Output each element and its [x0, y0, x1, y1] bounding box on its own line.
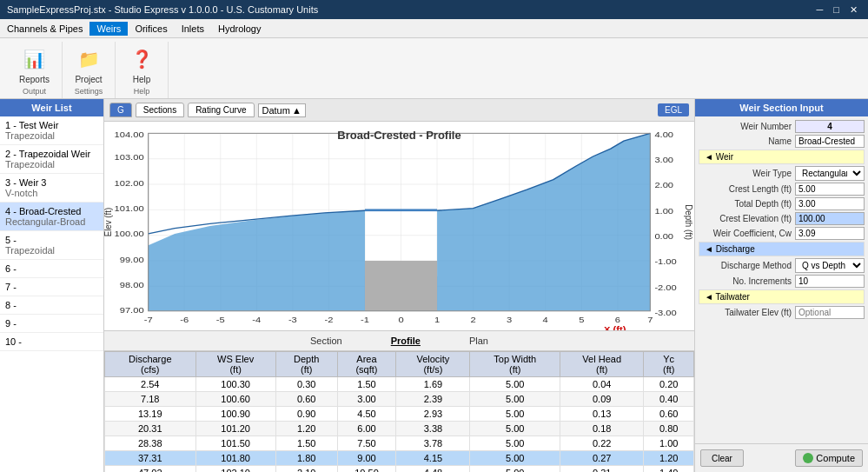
svg-text:101.00: 101.00 [115, 204, 144, 213]
table-row[interactable]: 20.31101.201.206.003.385.000.180.80 [105, 422, 694, 436]
weir-item-2[interactable]: 2 - Trapezoidal Weir Trapezoidal [0, 145, 103, 174]
crest-elevation-input[interactable] [795, 212, 865, 225]
weir-item-5[interactable]: 5 - Trapezoidal [0, 231, 103, 260]
weir-type-select[interactable]: Rectangular-Broad [795, 166, 865, 181]
weir-item-10[interactable]: 10 - [0, 333, 103, 351]
weir-item-4[interactable]: 4 - Broad-Crested Rectangular-Broad [0, 203, 103, 231]
weir-number-label: Weir Number [699, 122, 795, 131]
tailwater-elev-input[interactable] [795, 306, 865, 319]
section-tabs: Section Profile Plan [104, 330, 694, 350]
table-row[interactable]: 28.38101.501.507.503.785.000.221.00 [105, 436, 694, 451]
weir-list-items: 1 - Test Weir Trapezoidal 2 - Trapezoida… [0, 116, 103, 472]
right-panel-footer: Clear Compute [695, 443, 868, 472]
data-table: Discharge(cfs) WS Elev(ft) Depth(ft) Are… [104, 351, 694, 472]
help-label: Help [133, 75, 151, 84]
crest-length-label: Crest Length (ft) [699, 184, 795, 194]
menu-channels-pipes[interactable]: Channels & Pipes [0, 22, 89, 36]
datum-dropdown[interactable]: Datum ▲ [258, 103, 306, 117]
weir-id-3: 3 - Weir 3 [5, 177, 46, 188]
svg-text:99.00: 99.00 [120, 255, 144, 263]
egl-button[interactable]: EGL [658, 103, 689, 116]
menu-weirs[interactable]: Weirs [89, 22, 128, 36]
table-row[interactable]: 47.02102.102.1010.504.485.000.311.40 [105, 466, 694, 473]
chart-area: Broad-Crested - Profile [104, 122, 694, 330]
total-depth-input[interactable] [795, 197, 865, 210]
weir-item-1[interactable]: 1 - Test Weir Trapezoidal [0, 116, 103, 145]
weir-number-row: Weir Number [699, 120, 865, 133]
svg-text:-2.00: -2.00 [654, 283, 677, 291]
svg-text:-3: -3 [288, 316, 297, 324]
weir-id-1: 1 - Test Weir [5, 120, 58, 130]
col-depth: Depth(ft) [275, 352, 337, 377]
svg-text:1.00: 1.00 [654, 206, 673, 215]
project-button[interactable]: 📁 Project [70, 43, 108, 86]
weir-item-9[interactable]: 9 - [0, 315, 103, 333]
chart-svg: 104.00 103.00 102.00 101.00 100.00 99.00… [104, 122, 694, 330]
project-icon: 📁 [75, 45, 103, 73]
maximize-button[interactable]: □ [830, 4, 843, 16]
weir-type-row: Weir Type Rectangular-Broad [699, 166, 865, 181]
col-yc: Yc(ft) [644, 352, 694, 377]
minimize-button[interactable]: ─ [813, 4, 827, 16]
crest-length-row: Crest Length (ft) [699, 183, 865, 196]
svg-text:2: 2 [471, 316, 476, 324]
weir-item-7[interactable]: 7 - [0, 278, 103, 296]
svg-text:Depth (ft): Depth (ft) [684, 204, 694, 240]
svg-text:2.00: 2.00 [654, 181, 673, 189]
table-row[interactable]: 13.19100.900.904.502.935.000.130.60 [105, 407, 694, 422]
menu-hydrology[interactable]: Hydrology [211, 22, 268, 36]
svg-text:3.00: 3.00 [654, 156, 673, 164]
chart-tab-g[interactable]: G [109, 103, 132, 117]
svg-text:-2: -2 [324, 316, 333, 324]
svg-text:98.00: 98.00 [120, 281, 144, 289]
section-tab-profile[interactable]: Profile [384, 334, 427, 348]
close-button[interactable]: ✕ [846, 4, 861, 16]
section-tab-section[interactable]: Section [303, 334, 349, 348]
svg-text:X (ft): X (ft) [604, 324, 626, 330]
col-area: Area(sqft) [337, 352, 396, 377]
increments-input[interactable] [795, 275, 865, 288]
col-ws-elev: WS Elev(ft) [195, 352, 275, 377]
right-panel-header: Weir Section Input [695, 99, 868, 116]
form-section: Weir Number Name ◄ Weir Weir Type Rectan… [695, 116, 868, 324]
weir-number-input[interactable] [795, 120, 865, 133]
window-controls[interactable]: ─ □ ✕ [813, 4, 861, 16]
svg-text:4.00: 4.00 [654, 130, 673, 138]
table-row[interactable]: 7.18100.600.603.002.395.000.090.40 [105, 392, 694, 407]
increments-label: No. Increments [699, 276, 795, 286]
table-row[interactable]: 2.54100.300.301.501.695.000.040.20 [105, 377, 694, 392]
weir-item-6[interactable]: 6 - [0, 260, 103, 278]
total-depth-label: Total Depth (ft) [699, 199, 795, 209]
total-depth-row: Total Depth (ft) [699, 197, 865, 210]
weir-id-8: 8 - [5, 300, 17, 310]
reports-button[interactable]: 📊 Reports [14, 43, 55, 86]
section-tab-plan[interactable]: Plan [462, 334, 495, 348]
weir-item-8[interactable]: 8 - [0, 296, 103, 315]
svg-text:3: 3 [507, 316, 512, 324]
weir-coeff-row: Weir Coefficient, Cw [699, 227, 865, 240]
settings-sublabel[interactable]: Settings [72, 86, 106, 96]
clear-button[interactable]: Clear [700, 449, 744, 467]
chart-tab-sections[interactable]: Sections [136, 103, 184, 117]
crest-elevation-row: Crest Elevation (ft) [699, 212, 865, 225]
menu-bar: Channels & Pipes Weirs Orifices Inlets H… [0, 19, 868, 38]
menu-inlets[interactable]: Inlets [175, 22, 211, 36]
svg-text:0.00: 0.00 [654, 232, 673, 241]
name-input[interactable] [795, 135, 865, 148]
discharge-method-select[interactable]: Q vs Depth [795, 258, 865, 273]
menu-orifices[interactable]: Orifices [128, 22, 174, 36]
col-velocity: Velocity(ft/s) [396, 352, 470, 377]
compute-button[interactable]: Compute [795, 449, 863, 467]
help-button[interactable]: ❓ Help [123, 43, 161, 86]
help-sublabel[interactable]: Help [131, 86, 153, 96]
weir-coeff-input[interactable] [795, 227, 865, 240]
table-row[interactable]: 37.31101.801.809.004.155.000.271.20 [105, 451, 694, 466]
svg-text:-1.00: -1.00 [654, 257, 677, 266]
app-title: SampleExpressProj.stx - Studio Express v… [7, 4, 318, 15]
chart-tab-rating-curve[interactable]: Rating Curve [188, 103, 254, 117]
main-layout: Weir List 1 - Test Weir Trapezoidal 2 - … [0, 99, 868, 472]
weir-item-3[interactable]: 3 - Weir 3 V-notch [0, 174, 103, 203]
crest-length-input[interactable] [795, 183, 865, 196]
ribbon-group-help: ❓ Help Help [116, 42, 169, 98]
output-sublabel[interactable]: Output [20, 86, 49, 96]
